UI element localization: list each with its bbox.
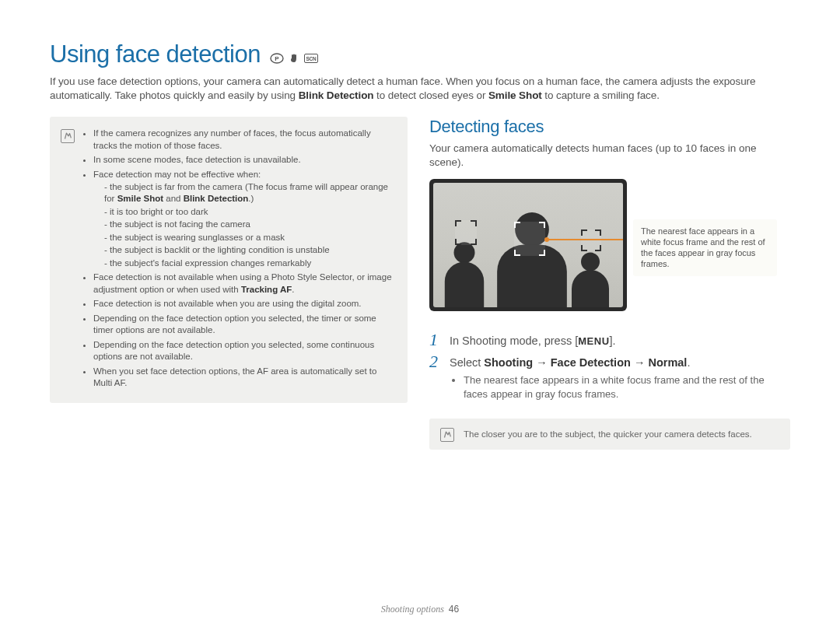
intro-paragraph: If you use face detection options, your … <box>50 75 790 103</box>
page-footer: Shooting options 46 <box>0 604 840 615</box>
step-number: 2 <box>429 353 442 370</box>
page-title: Using face detection <box>50 40 261 68</box>
note-icon <box>440 428 454 442</box>
note-icon <box>61 129 75 143</box>
note-item: Face detection is not available when you… <box>93 298 394 310</box>
note-subitem: the subject is not facing the camera <box>104 219 394 231</box>
step-body: In Shooting mode, press [MENU]. <box>450 333 616 349</box>
callout-text: The nearest face appears in a white focu… <box>633 219 777 276</box>
note-subitem: it is too bright or too dark <box>104 206 394 219</box>
step-body: Select Shooting → Face Detection → Norma… <box>450 355 790 402</box>
mode-hand-icon <box>287 53 301 64</box>
white-focus-frame <box>514 222 545 256</box>
tip-box: The closer you are to the subject, the q… <box>429 419 790 450</box>
note-subitem: the subject's facial expression changes … <box>104 257 394 270</box>
note-item: In some scene modes, face detection is u… <box>93 154 394 166</box>
mode-scn-icon: SCN <box>304 53 318 64</box>
section-intro: Your camera automatically detects human … <box>429 142 790 169</box>
note-subitem: the subject is backlit or the lighting c… <box>104 244 394 257</box>
note-list: If the camera recognizes any number of f… <box>82 128 394 389</box>
step-bullet: The nearest face appears in a white focu… <box>464 373 790 401</box>
note-item: Face detection may not be effective when… <box>93 169 394 269</box>
note-item: Depending on the face detection option y… <box>93 339 394 363</box>
camera-screen <box>429 179 627 311</box>
mode-p-icon: P <box>270 53 284 64</box>
illustration: The nearest face appears in a white focu… <box>429 179 790 311</box>
menu-button-label: MENU <box>578 335 609 347</box>
note-subitem: the subject is far from the camera (The … <box>104 181 394 205</box>
note-subitem: the subject is wearing sunglasses or a m… <box>104 232 394 244</box>
step-number: 1 <box>429 331 442 349</box>
tip-text: The closer you are to the subject, the q… <box>464 429 752 439</box>
callout-leader-line <box>547 239 623 240</box>
steps-list: 1 In Shooting mode, press [MENU]. 2 Sele… <box>429 333 790 402</box>
note-item: Face detection is not available when usi… <box>93 271 394 296</box>
note-item: When you set face detection options, the… <box>93 366 394 390</box>
gray-focus-frame <box>581 229 601 251</box>
note-box: If the camera recognizes any number of f… <box>50 117 408 402</box>
note-item: Depending on the face detection option y… <box>93 313 394 337</box>
note-item: If the camera recognizes any number of f… <box>93 128 394 152</box>
gray-focus-frame <box>455 220 477 245</box>
svg-text:P: P <box>275 55 279 62</box>
mode-icons-row: P SCN <box>270 53 318 64</box>
section-heading: Detecting faces <box>429 117 790 137</box>
